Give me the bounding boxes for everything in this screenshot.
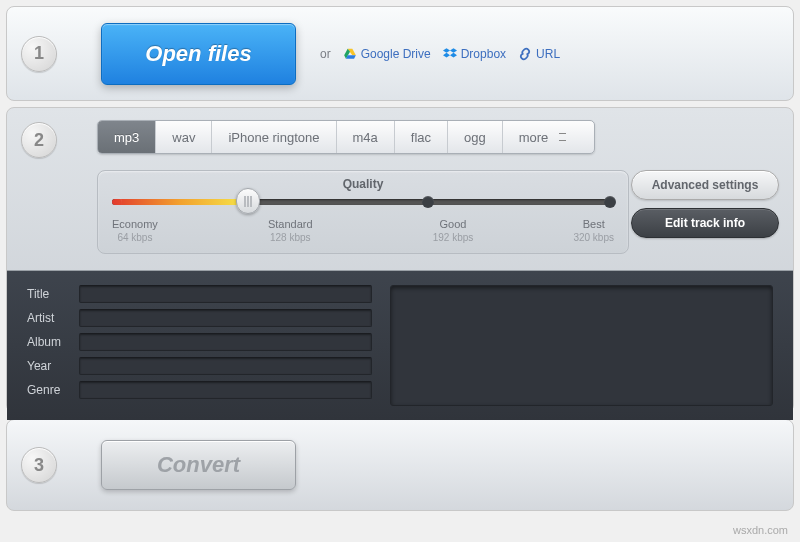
format-tab-more[interactable]: more [503,121,577,153]
year-label: Year [27,359,79,373]
quality-labels: Economy 64 kbps Standard 128 kbps Good 1… [112,217,614,244]
quality-label-standard: Standard 128 kbps [268,217,313,244]
svg-marker-6 [450,52,457,57]
quality-slider-fill [112,199,248,205]
quality-slider-track[interactable] [112,199,614,205]
album-input[interactable] [79,333,372,351]
artist-input[interactable] [79,309,372,327]
format-tab-mp3[interactable]: mp3 [98,121,156,153]
step-badge-1: 1 [21,36,57,72]
year-input[interactable] [79,357,372,375]
quality-tick-best [604,196,616,208]
quality-label-best: Best 320 kbps [573,217,614,244]
svg-marker-2 [346,55,356,59]
quality-label-economy: Economy 64 kbps [112,217,158,244]
svg-marker-3 [443,48,450,53]
open-alternatives: or Google Drive Dropbox URL [320,47,560,61]
google-drive-link[interactable]: Google Drive [343,47,431,61]
format-tab-wav[interactable]: wav [156,121,212,153]
edit-track-info-button[interactable]: Edit track info [631,208,779,238]
link-icon [518,47,532,61]
google-drive-icon [343,47,357,61]
track-info-panel: Title Artist Album Year Genre [7,270,793,420]
step-badge-2: 2 [21,122,57,158]
svg-marker-5 [443,52,450,57]
track-info-fields: Title Artist Album Year Genre [27,285,372,406]
quality-tick-economy [110,196,122,208]
step-2-panel: 2 mp3 wav iPhone ringtone m4a flac ogg m… [6,107,794,413]
format-tab-ogg[interactable]: ogg [448,121,503,153]
convert-button[interactable]: Convert [101,440,296,490]
genre-input[interactable] [79,381,372,399]
quality-tick-good [422,196,434,208]
quality-label-good: Good 192 kbps [433,217,474,244]
step-1-panel: 1 Open files or Google Drive Dropbox URL [6,6,794,101]
advanced-settings-button[interactable]: Advanced settings [631,170,779,200]
title-input[interactable] [79,285,372,303]
artist-label: Artist [27,311,79,325]
google-drive-label: Google Drive [361,47,431,61]
url-link[interactable]: URL [518,47,560,61]
title-label: Title [27,287,79,301]
format-tab-flac[interactable]: flac [395,121,448,153]
or-label: or [320,47,331,61]
dropbox-link[interactable]: Dropbox [443,47,506,61]
quality-box: Quality Economy 64 kbps Standard 128 kbp… [97,170,629,254]
watermark: wsxdn.com [733,524,788,536]
url-label: URL [536,47,560,61]
dropbox-icon [443,47,457,61]
genre-label: Genre [27,383,79,397]
format-tabs: mp3 wav iPhone ringtone m4a flac ogg mor… [97,120,595,154]
format-tab-ringtone[interactable]: iPhone ringtone [212,121,336,153]
quality-slider-thumb[interactable] [236,188,260,214]
quality-title: Quality [112,177,614,191]
step-3-panel: 3 Convert [6,419,794,511]
album-label: Album [27,335,79,349]
svg-marker-4 [450,48,457,53]
open-files-button[interactable]: Open files [101,23,296,85]
step-badge-3: 3 [21,447,57,483]
format-tab-m4a[interactable]: m4a [337,121,395,153]
dropbox-label: Dropbox [461,47,506,61]
album-art-box[interactable] [390,285,773,406]
